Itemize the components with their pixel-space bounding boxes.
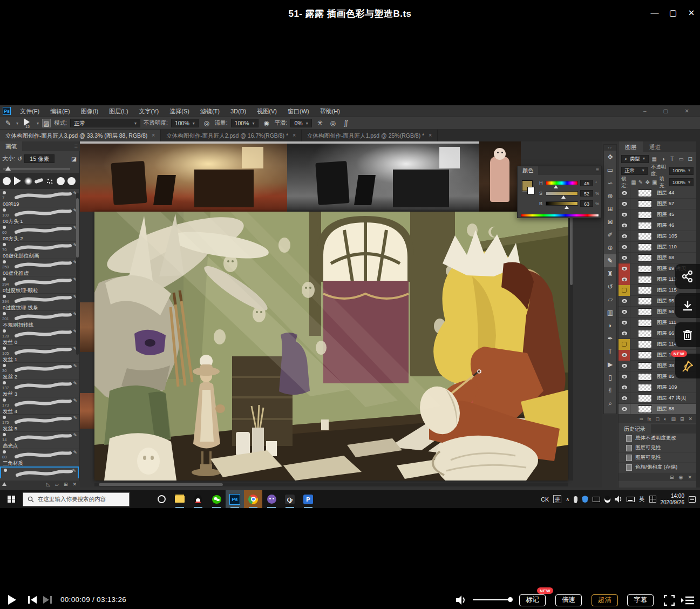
layer-row[interactable]: 图层 57 <box>619 199 697 209</box>
preset-soft-round[interactable] <box>23 174 33 187</box>
brush-list-scrollbar[interactable] <box>76 193 79 355</box>
new-snapshot-icon[interactable]: ◉ <box>679 475 683 480</box>
brush-angle-icon[interactable]: ◺ <box>46 482 50 487</box>
mode-select[interactable]: 正常▾ <box>70 119 140 127</box>
layer-thumbnail[interactable] <box>638 384 652 391</box>
stamp-tool[interactable]: ♜ <box>604 267 616 280</box>
photoshop-taskbar-button[interactable]: Ps <box>226 490 244 508</box>
qq-button[interactable] <box>189 490 207 508</box>
eyedropper-tool[interactable]: ✐ <box>604 228 616 241</box>
layer-visibility-toggle[interactable] <box>619 188 630 199</box>
airbrush-icon[interactable]: ◉ <box>262 119 271 127</box>
pin-button[interactable]: NEW <box>675 354 700 378</box>
brightness-value[interactable]: 63 <box>580 200 593 207</box>
brush-list-item[interactable]: 7 ✎ 00的19 <box>0 190 79 207</box>
hue-value[interactable]: 45 <box>580 180 593 186</box>
layer-thumbnail[interactable] <box>638 233 652 240</box>
filter-shape-icon[interactable]: ▭ <box>678 156 685 162</box>
saturation-slider[interactable] <box>546 191 578 195</box>
playlist-button[interactable] <box>681 596 694 605</box>
filter-type-select[interactable]: ⌕类型▾ <box>621 155 649 163</box>
layer-visibility-toggle[interactable] <box>619 371 630 382</box>
brush-list-item[interactable]: 14 ✎ 高光点 <box>0 432 79 449</box>
layer-thumbnail[interactable] <box>638 200 652 208</box>
layer-thumbnail[interactable] <box>638 190 652 197</box>
volume-knob[interactable] <box>508 597 513 602</box>
wechat-button[interactable] <box>207 490 226 508</box>
adjustment-layer-icon[interactable]: ◐ <box>664 416 667 422</box>
document-tab[interactable]: 立体构图创作-面具匠人1.psd @ 25%(RGB/8) * × <box>302 130 438 141</box>
preset-scatter[interactable] <box>45 174 55 187</box>
opacity-select[interactable]: 100%▾ <box>171 119 199 127</box>
blur-tool[interactable]: ◗ <box>604 319 616 332</box>
blend-mode-select[interactable]: 正常▾ <box>621 167 648 175</box>
new-layer-icon[interactable]: ⊞ <box>680 416 684 422</box>
layer-visibility-toggle[interactable] <box>619 382 630 393</box>
history-item[interactable]: 总体不透明度更改 <box>619 434 696 443</box>
layer-group-icon[interactable]: ▤ <box>671 416 676 422</box>
pen-tool[interactable]: ✒ <box>604 332 616 345</box>
brush-panel-tab[interactable]: 画笔 <box>0 141 22 151</box>
microphone-icon[interactable] <box>574 496 577 502</box>
subtitle-button[interactable]: 字幕 <box>627 594 654 606</box>
new-group-icon[interactable]: ▱ <box>55 482 59 487</box>
brush-list-item[interactable]: 128 ✎ 发丝 0 <box>0 328 79 346</box>
play-button[interactable] <box>8 595 16 605</box>
smoothing-select[interactable]: 0%▾ <box>290 119 311 127</box>
dark-app-button[interactable]: Ꝙ <box>281 490 299 508</box>
ps-menu-item[interactable]: 选择(S) <box>165 105 194 117</box>
layer-thumbnail[interactable] <box>638 319 652 327</box>
ps-window-controls[interactable]: – ▢ ✕ <box>643 105 697 117</box>
ps-canvas[interactable] <box>94 212 568 481</box>
volume-slider[interactable] <box>473 599 511 600</box>
brush-preset-preview[interactable]: 15 <box>22 118 33 128</box>
layer-row[interactable]: 图层 46 <box>619 220 697 231</box>
size-pressure-icon[interactable]: ◎ <box>328 119 338 127</box>
delete-layer-icon[interactable]: ✕ <box>688 416 692 422</box>
layer-thumbnail[interactable] <box>638 297 652 305</box>
layer-row[interactable]: 图层 110 <box>619 242 697 253</box>
brush-list-item[interactable]: 394 ✎ 0过度纹理-线条 <box>0 294 79 311</box>
size-pressure-icon[interactable]: ◪ <box>71 155 77 162</box>
layer-thumbnail[interactable] <box>638 211 652 219</box>
brush-list-item[interactable]: 201 ✎ 不规则扭转线 <box>0 311 79 328</box>
brush-list-item[interactable]: 173 ✎ 发丝 4 <box>0 397 79 415</box>
filter-type-icon[interactable]: T <box>669 156 676 162</box>
tab-layers[interactable]: 图层 <box>619 141 643 152</box>
hue-slider[interactable] <box>546 181 578 185</box>
layer-visibility-toggle[interactable] <box>619 285 630 296</box>
new-doc-from-state-icon[interactable]: ⊟ <box>670 475 674 480</box>
layer-opacity-select[interactable]: 100%▾ <box>669 167 694 175</box>
color-panel-tab[interactable]: 颜色 <box>518 166 538 175</box>
move-tool[interactable]: ✥ <box>604 151 616 164</box>
reset-size-icon[interactable]: ↺ <box>17 155 22 163</box>
ps-menu-item[interactable]: 滤镜(T) <box>195 105 225 117</box>
type-tool[interactable]: T <box>604 345 616 358</box>
download-button[interactable] <box>675 293 700 318</box>
layer-visibility-toggle[interactable] <box>619 231 630 242</box>
layer-thumbnail[interactable] <box>638 254 652 262</box>
lasso-tool[interactable]: ∽ <box>604 177 616 190</box>
opacity-pressure-icon[interactable]: ◎ <box>202 119 212 127</box>
panel-menu-icon[interactable]: ≡ <box>596 167 599 173</box>
frame-tool[interactable]: ⊠ <box>604 215 616 228</box>
minimize-button[interactable]: — <box>648 6 661 19</box>
layer-visibility-toggle[interactable] <box>619 393 630 404</box>
brush-list-item[interactable]: 137 ✎ 发丝 3 <box>0 380 79 397</box>
layer-thumbnail[interactable] <box>638 362 652 370</box>
display-icon[interactable] <box>593 497 600 502</box>
lock-transparent-icon[interactable]: ▦ <box>631 179 636 185</box>
layer-visibility-toggle[interactable] <box>619 361 630 371</box>
ps-menu-item[interactable]: 帮助(H) <box>315 105 345 117</box>
layer-row[interactable]: 图层 47 拷贝 <box>619 393 697 404</box>
layer-visibility-toggle[interactable] <box>619 307 630 317</box>
tab-close-icon[interactable]: × <box>293 130 296 141</box>
preset-stroke[interactable] <box>34 174 44 187</box>
close-button[interactable]: ✕ <box>685 6 698 19</box>
history-item[interactable]: 图层可见性 <box>619 443 696 453</box>
preset-round[interactable] <box>2 174 11 187</box>
layer-effects-icon[interactable]: fx <box>647 416 651 422</box>
layer-thumbnail[interactable] <box>638 287 652 294</box>
symmetry-icon[interactable]: ∬ <box>341 119 351 127</box>
shield-icon[interactable] <box>582 496 588 503</box>
